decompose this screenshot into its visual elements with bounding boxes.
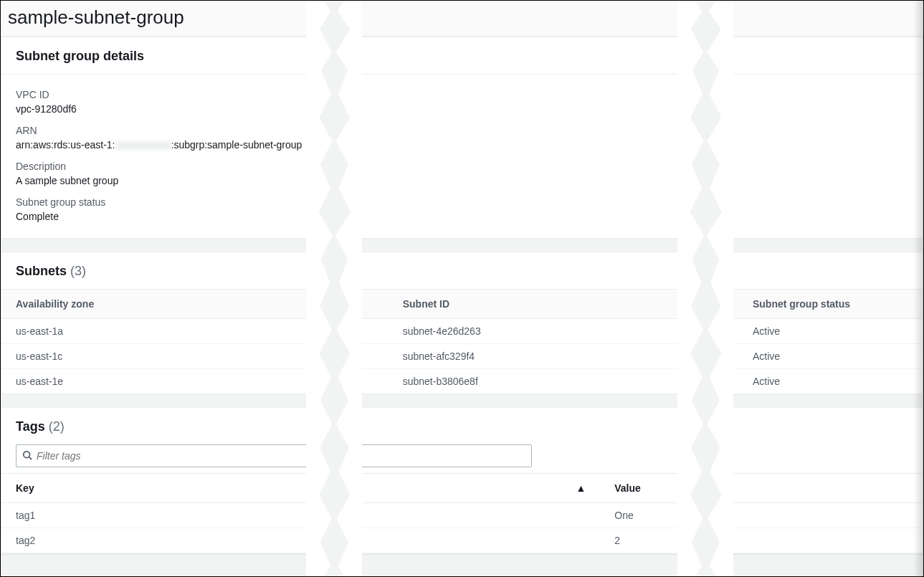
cell-subnet-id: subnet-afc329f4 [389,344,738,369]
subnets-panel-title: Subnets (3) [16,264,908,279]
tags-table: Key ▲ Value tag1 One tag2 2 [1,473,923,553]
col-tag-key-label: Key [16,482,34,494]
page-header: sample-subnet-group [1,1,923,37]
details-panel-header: Subnet group details [1,37,923,75]
cell-az: us-east-1a [1,319,389,344]
svg-line-1 [29,457,32,459]
tags-header-row: Key ▲ Value [1,474,923,503]
table-row: tag2 2 [1,528,923,553]
tags-panel-header: Tags (2) [1,408,923,444]
cell-tag-value: One [600,503,923,528]
panel-spacer [1,394,923,407]
table-row: us-east-1e subnet-b3806e8f Active [1,369,923,394]
cell-status: Active [738,319,923,344]
tags-filter-row [1,444,923,473]
cell-tag-key: tag2 [1,528,600,553]
arn-label: ARN [16,125,908,136]
cell-az: us-east-1c [1,344,389,369]
kv-arn: ARN arn:aws:rds:us-east-1::subgrp:sample… [16,125,908,151]
tags-panel-title: Tags (2) [16,419,908,434]
col-tag-key[interactable]: Key ▲ [1,474,600,503]
tags-count: (2) [49,419,65,434]
cell-tag-value: 2 [600,528,923,553]
cell-subnet-id: subnet-b3806e8f [389,369,738,394]
filter-tags-field[interactable] [16,444,532,467]
arn-suffix: :subgrp:sample-subnet-group [171,139,303,151]
col-availability-zone[interactable]: Availability zone [1,290,389,319]
cell-az: us-east-1e [1,369,389,394]
col-subnet-id[interactable]: Subnet ID [389,290,738,319]
details-panel-body: VPC ID vpc-91280df6 ARN arn:aws:rds:us-e… [1,75,923,238]
subnets-header-row: Availability zone Subnet ID Subnet group… [1,290,923,319]
subnets-panel: Subnets (3) Availability zone Subnet ID … [1,252,923,394]
cell-tag-key: tag1 [1,503,600,528]
col-subnet-status[interactable]: Subnet group status [738,290,923,319]
subnets-title-text: Subnets [16,264,67,278]
arn-account-redacted [115,141,171,150]
tags-title-text: Tags [16,419,45,434]
status-value: Complete [16,211,908,222]
sort-ascending-icon: ▲ [576,482,586,494]
page-title: sample-subnet-group [8,6,909,29]
vpc-id-value: vpc-91280df6 [16,103,908,115]
subnets-count: (3) [70,264,86,278]
status-label: Subnet group status [16,196,908,208]
panel-spacer [1,239,923,252]
cell-status: Active [738,344,923,369]
svg-point-0 [24,451,30,457]
tags-panel: Tags (2) Key ▲ Value [1,407,923,554]
description-value: A sample subnet group [16,175,908,186]
cell-status: Active [738,369,923,394]
description-label: Description [16,161,908,172]
table-row: us-east-1a subnet-4e26d263 Active [1,319,923,344]
arn-prefix: arn:aws:rds:us-east-1: [16,139,115,151]
kv-description: Description A sample subnet group [16,161,908,186]
search-icon [22,450,32,462]
subnets-table: Availability zone Subnet ID Subnet group… [1,290,923,394]
table-row: tag1 One [1,503,923,528]
filter-tags-input[interactable] [37,450,525,462]
kv-status: Subnet group status Complete [16,196,908,222]
vpc-id-label: VPC ID [16,89,908,100]
details-panel: Subnet group details VPC ID vpc-91280df6… [1,37,923,239]
arn-value: arn:aws:rds:us-east-1::subgrp:sample-sub… [16,139,908,151]
kv-vpc-id: VPC ID vpc-91280df6 [16,89,908,115]
subnets-panel-header: Subnets (3) [1,252,923,290]
details-panel-title: Subnet group details [16,49,908,64]
col-tag-value[interactable]: Value [600,474,923,503]
cell-subnet-id: subnet-4e26d263 [389,319,738,344]
table-row: us-east-1c subnet-afc329f4 Active [1,344,923,369]
